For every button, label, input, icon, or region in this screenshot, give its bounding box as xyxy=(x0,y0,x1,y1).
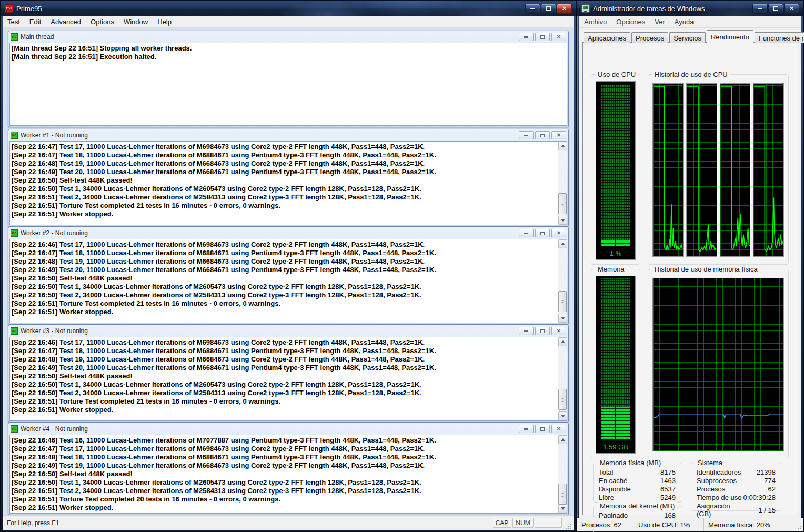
child-close-button[interactable]: ✕ xyxy=(551,131,566,139)
child-restore-button[interactable] xyxy=(535,131,550,139)
menu-advanced[interactable]: Advanced xyxy=(46,17,86,27)
vertical-scrollbar[interactable] xyxy=(558,239,567,323)
child-titlebar[interactable]: 2ᴾ-1Main thread✕ xyxy=(9,32,567,43)
scroll-down-button[interactable] xyxy=(558,504,567,513)
stat-value: 5249 xyxy=(651,494,676,502)
child-titlebar[interactable]: 2ᴾ-1Worker #3 - Not running✕ xyxy=(9,326,567,337)
minimize-icon xyxy=(524,36,528,38)
child-close-button[interactable]: ✕ xyxy=(551,425,566,433)
scroll-up-button[interactable] xyxy=(558,337,567,346)
mdi-child-window: 2ᴾ-1Worker #4 - Not running✕[Sep 22 16:4… xyxy=(8,423,569,515)
log-line: [Sep 22 16:49] Test 20, 11000 Lucas-Lehm… xyxy=(12,364,558,372)
prime95-titlebar[interactable]: 2ᴾ-1 Prime95 ✕ xyxy=(1,1,576,16)
scroll-up-button[interactable] xyxy=(558,435,567,444)
child-restore-button[interactable] xyxy=(535,33,550,41)
prime95-statusbar: For Help, press F1 CAP NUM xyxy=(3,515,574,530)
child-caption-buttons: ✕ xyxy=(519,131,566,139)
child-restore-button[interactable] xyxy=(535,229,550,237)
physical-memory-table: Total8175En caché1463Disponible6537Libre… xyxy=(599,468,676,502)
tab-aplicaciones[interactable]: Aplicaciones xyxy=(584,32,630,43)
menu-ver[interactable]: Ver xyxy=(650,17,670,27)
log-line: [Sep 22 16:47] Test 17, 11000 Lucas-Lehm… xyxy=(12,445,558,453)
prime95-child-icon: 2ᴾ-1 xyxy=(11,132,18,139)
stat-label: Total xyxy=(599,468,651,477)
tab-servicios[interactable]: Servicios xyxy=(669,32,706,43)
scroll-thumb[interactable] xyxy=(558,291,567,312)
scroll-down-button[interactable] xyxy=(558,314,567,323)
resize-grip[interactable] xyxy=(564,522,572,530)
table-row: Disponible6537 xyxy=(599,485,676,494)
scroll-up-button[interactable] xyxy=(558,142,567,150)
child-titlebar[interactable]: 2ᴾ-1Worker #1 - Not running✕ xyxy=(9,131,567,141)
status-empty-pane xyxy=(535,518,562,528)
child-minimize-button[interactable] xyxy=(519,33,534,41)
scroll-thumb[interactable] xyxy=(558,484,567,505)
table-row: Identificadores21398 xyxy=(697,468,776,477)
minimize-icon xyxy=(758,8,762,9)
log-line: [Sep 22 16:51] Worker stopped. xyxy=(12,308,558,316)
child-titlebar[interactable]: 2ᴾ-1Worker #4 - Not running✕ xyxy=(9,424,567,435)
child-minimize-button[interactable] xyxy=(519,229,534,237)
log-line: [Sep 22 16:46] Test 17, 11000 Lucas-Lehm… xyxy=(12,240,558,249)
menu-window[interactable]: Window xyxy=(119,17,153,27)
log-line: [Sep 22 16:50] Self-test 448K passed! xyxy=(12,470,558,478)
menu-edit[interactable]: Edit xyxy=(25,17,46,27)
tab-procesos[interactable]: Procesos xyxy=(631,32,668,43)
child-content: [Main thread Sep 22 16:51] Stopping all … xyxy=(9,43,567,126)
vertical-scrollbar[interactable] xyxy=(558,337,567,420)
child-minimize-button[interactable] xyxy=(519,131,534,139)
restore-icon xyxy=(540,35,545,39)
scroll-up-button[interactable] xyxy=(558,239,567,248)
cpu-usage-label: Uso de CPU xyxy=(596,71,638,78)
vertical-scrollbar[interactable] xyxy=(558,142,567,225)
memory-groupbox: Memoria 1,59 GB xyxy=(591,269,640,458)
child-close-button[interactable]: ✕ xyxy=(551,327,566,335)
vertical-scrollbar[interactable] xyxy=(558,435,567,513)
cpu-usage-groupbox: Uso de CPU 1 % xyxy=(591,74,640,265)
minimize-button[interactable] xyxy=(525,4,540,14)
system-groupbox: Sistema Identificadores21398Subprocesos7… xyxy=(691,463,781,511)
log-line: [Sep 22 16:46] Test 16, 11000 Lucas-Lehm… xyxy=(12,436,558,445)
taskmgr-minimize-button[interactable] xyxy=(752,4,768,14)
scroll-down-button[interactable] xyxy=(558,411,567,420)
log-line: [Sep 22 16:51] Worker stopped. xyxy=(12,406,558,414)
taskmgr-titlebar[interactable]: Administrador de tareas de Windows ✕ xyxy=(577,1,803,16)
log-line: [Sep 22 16:47] Test 17, 11000 Lucas-Lehm… xyxy=(12,143,558,151)
table-row: Subprocesos774 xyxy=(697,477,776,485)
menu-options[interactable]: Options xyxy=(86,17,119,27)
taskmgr-client: AplicacionesProcesosServiciosRendimiento… xyxy=(579,28,801,530)
stat-value: 774 xyxy=(743,477,776,485)
menu-archivo[interactable]: Archivo xyxy=(579,17,611,27)
close-button[interactable]: ✕ xyxy=(557,4,572,14)
mdi-child-window: 2ᴾ-1Worker #3 - Not running✕[Sep 22 16:4… xyxy=(8,325,569,423)
stat-label: En caché xyxy=(599,477,651,485)
child-restore-button[interactable] xyxy=(535,327,550,335)
scroll-down-button[interactable] xyxy=(558,216,567,225)
memory-usage-value: 1,59 GB xyxy=(596,443,635,451)
taskmgr-close-button[interactable]: ✕ xyxy=(784,4,799,14)
scroll-thumb[interactable] xyxy=(558,389,567,410)
tab-rendimiento[interactable]: Rendimiento xyxy=(707,30,753,43)
child-title: Main thread xyxy=(21,33,519,41)
maximize-button[interactable] xyxy=(541,4,556,14)
menu-help[interactable]: Help xyxy=(153,17,176,27)
menu-opciones[interactable]: Opciones xyxy=(611,17,650,27)
taskmgr-resize-grip[interactable] xyxy=(795,523,802,530)
stat-label: Libre xyxy=(599,494,651,502)
child-titlebar[interactable]: 2ᴾ-1Worker #2 - Not running✕ xyxy=(9,228,567,239)
child-caption-buttons: ✕ xyxy=(519,327,566,335)
child-minimize-button[interactable] xyxy=(519,327,534,335)
scroll-thumb[interactable] xyxy=(558,193,567,214)
close-icon: ✕ xyxy=(557,426,561,431)
child-restore-button[interactable] xyxy=(535,425,550,433)
child-close-button[interactable]: ✕ xyxy=(551,33,566,41)
stat-label: Identificadores xyxy=(697,468,743,477)
menu-ayuda[interactable]: Ayuda xyxy=(670,17,699,27)
taskmgr-maximize-button[interactable] xyxy=(768,4,783,14)
menu-test[interactable]: Test xyxy=(3,17,25,27)
stat-label: Asignación (GB) xyxy=(697,502,743,518)
child-minimize-button[interactable] xyxy=(519,425,534,433)
child-close-button[interactable]: ✕ xyxy=(551,229,566,237)
tab-funciones-de-red[interactable]: Funciones de red xyxy=(755,32,804,43)
log-line: [Sep 22 16:50] Test 2, 34000 Lucas-Lehme… xyxy=(12,389,558,397)
